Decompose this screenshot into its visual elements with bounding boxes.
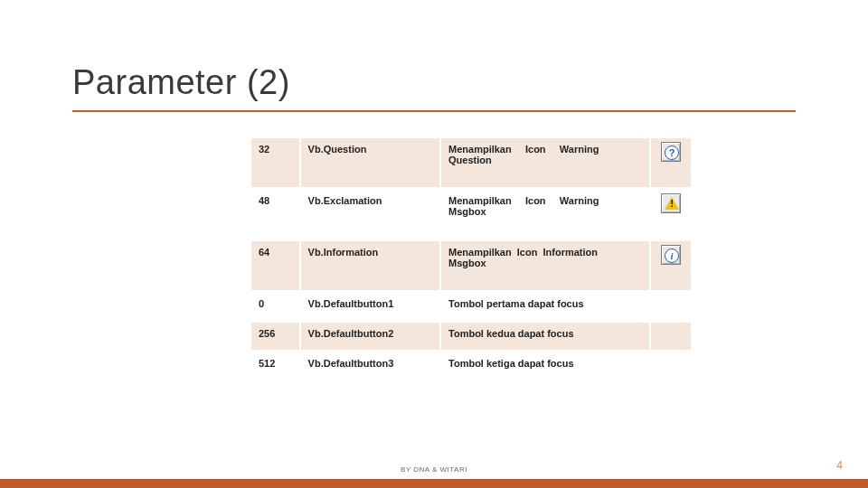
table-row: 512 Vb.Defaultbutton3 Tombol ketiga dapa… [251,352,691,380]
table-row: 0 Vb.Defaultbutton1 Tombol pertama dapat… [251,293,691,320]
cell-code: 48 [251,190,299,239]
cell-const: Vb.Information [301,241,439,290]
cell-desc: Menampilkan Icon Warning Question [441,138,649,187]
footer-accent-bar [0,479,868,488]
title-underline [72,110,796,112]
table-row: 256 Vb.Defaultbutton2 Tombol kedua dapat… [251,323,691,350]
exclamation-icon [661,193,681,213]
cell-desc: Tombol pertama dapat focus [441,293,649,320]
cell-const: Vb.Defaultbutton1 [301,293,439,320]
cell-icon-empty [651,293,691,320]
question-icon [661,142,681,162]
cell-code: 512 [251,352,299,380]
footer-text: BY DNA & WITARI [401,465,467,474]
cell-const: Vb.Defaultbutton3 [301,352,439,380]
cell-icon-empty [651,352,691,380]
cell-const: Vb.Question [301,138,439,187]
cell-const: Vb.Defaultbutton2 [301,323,439,350]
cell-icon-empty [651,323,691,350]
cell-icon [651,190,691,239]
cell-code: 32 [251,138,299,187]
page-title: Parameter (2) [72,63,290,102]
footer: BY DNA & WITARI [0,459,868,475]
cell-desc: Menampilkan Icon Warning Msgbox [441,190,649,239]
cell-code: 64 [251,241,299,290]
cell-code: 256 [251,323,299,350]
cell-icon [651,138,691,187]
cell-const: Vb.Exclamation [301,190,439,239]
table-row: 48 Vb.Exclamation Menampilkan Icon Warni… [251,190,691,239]
cell-desc: Tombol kedua dapat focus [441,323,649,350]
table-row: 32 Vb.Question Menampilkan Icon Warning … [251,138,691,187]
parameter-table: 32 Vb.Question Menampilkan Icon Warning … [250,136,693,382]
page-number: 4 [836,459,843,472]
table-row: 64 Vb.Information Menampilkan Icon Infor… [251,241,691,290]
cell-desc: Tombol ketiga dapat focus [441,352,649,380]
cell-code: 0 [251,293,299,320]
cell-desc: Menampilkan Icon Information Msgbox [441,241,649,290]
cell-icon [651,241,691,290]
information-icon [661,245,681,265]
